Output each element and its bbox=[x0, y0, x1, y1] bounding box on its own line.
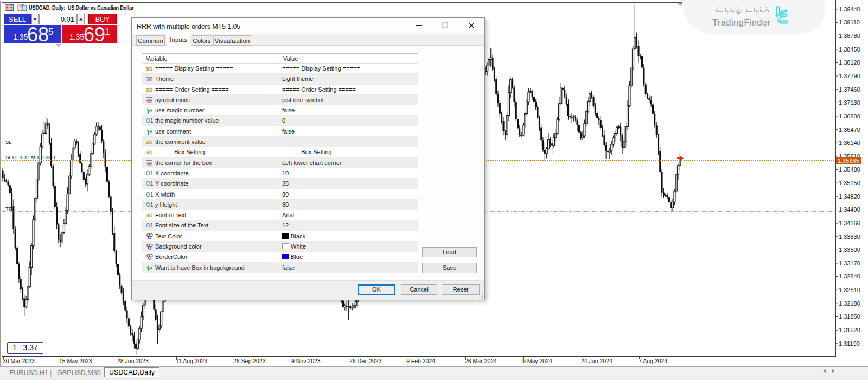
svg-text:1.31190: 1.31190 bbox=[839, 340, 860, 347]
svg-text:26 Mar 2024: 26 Mar 2024 bbox=[465, 358, 497, 364]
svg-text:1.34820: 1.34820 bbox=[839, 193, 860, 200]
svg-text:1.38120: 1.38120 bbox=[839, 59, 860, 66]
svg-text:1.37460: 1.37460 bbox=[839, 86, 860, 93]
svg-text:O: O bbox=[146, 118, 150, 124]
svg-text:1.34160: 1.34160 bbox=[839, 220, 860, 226]
svg-text:1: 1 bbox=[150, 202, 154, 208]
svg-text:1.39110: 1.39110 bbox=[839, 19, 860, 26]
svg-text:1: 1 bbox=[150, 181, 154, 187]
svg-text:1.33500: 1.33500 bbox=[839, 246, 860, 253]
svg-text:O: O bbox=[146, 223, 150, 229]
svg-text:1.32840: 1.32840 bbox=[839, 273, 860, 280]
svg-text:1: 1 bbox=[150, 118, 154, 124]
svg-text:TP: TP bbox=[5, 206, 12, 212]
svg-text:1.38450: 1.38450 bbox=[839, 46, 860, 53]
svg-text:ab: ab bbox=[146, 149, 152, 155]
svg-text:15 May 2023: 15 May 2023 bbox=[59, 358, 92, 364]
svg-text:1.36140: 1.36140 bbox=[839, 140, 860, 146]
svg-text:1.34490: 1.34490 bbox=[839, 206, 860, 213]
svg-text:O: O bbox=[146, 192, 150, 198]
svg-text:24 Jun 2024: 24 Jun 2024 bbox=[581, 358, 612, 364]
svg-text:1.36800: 1.36800 bbox=[839, 113, 860, 119]
svg-text:26 Sep 2023: 26 Sep 2023 bbox=[233, 358, 266, 364]
svg-text:9 Nov 2023: 9 Nov 2023 bbox=[291, 358, 321, 364]
svg-text:1.31850: 1.31850 bbox=[839, 313, 860, 320]
svg-text:30 Mar 2023: 30 Mar 2023 bbox=[3, 358, 35, 364]
svg-text:1.32180: 1.32180 bbox=[839, 300, 860, 307]
svg-text:O: O bbox=[146, 181, 150, 187]
svg-text:ab: ab bbox=[146, 86, 152, 93]
svg-text:O: O bbox=[146, 170, 150, 176]
svg-text:1.35150: 1.35150 bbox=[839, 180, 860, 186]
svg-text:1.39440: 1.39440 bbox=[839, 6, 860, 12]
svg-text:1.37790: 1.37790 bbox=[839, 73, 860, 79]
svg-text:1.35480: 1.35480 bbox=[839, 166, 860, 173]
svg-text:ab: ab bbox=[146, 138, 152, 145]
svg-text:1: 1 bbox=[150, 170, 154, 176]
svg-text:O: O bbox=[146, 202, 150, 208]
svg-text:ab: ab bbox=[146, 212, 152, 218]
svg-text:11 Aug 2023: 11 Aug 2023 bbox=[176, 358, 207, 364]
svg-text:1.31520: 1.31520 bbox=[839, 327, 860, 333]
svg-text:28 Jun 2023: 28 Jun 2023 bbox=[117, 358, 149, 364]
svg-text:SELL 0.01 at 1.35693: SELL 0.01 at 1.35693 bbox=[5, 154, 55, 160]
svg-text:1.35685: 1.35685 bbox=[838, 157, 859, 164]
svg-text:9 Feb 2024: 9 Feb 2024 bbox=[406, 358, 435, 364]
svg-text:SL: SL bbox=[5, 139, 12, 145]
svg-text:1.36470: 1.36470 bbox=[839, 126, 860, 133]
svg-text:7 Aug 2024: 7 Aug 2024 bbox=[639, 358, 667, 364]
svg-text:1.38780: 1.38780 bbox=[839, 33, 860, 39]
svg-text:1.37130: 1.37130 bbox=[839, 99, 860, 106]
svg-text:1: 1 bbox=[150, 192, 154, 198]
svg-text:26 Dec 2023: 26 Dec 2023 bbox=[349, 358, 382, 364]
svg-text:1.32510: 1.32510 bbox=[839, 287, 860, 293]
svg-text:1.33170: 1.33170 bbox=[839, 260, 860, 267]
svg-text:9 May 2024: 9 May 2024 bbox=[522, 358, 552, 364]
svg-text:1.33830: 1.33830 bbox=[839, 233, 860, 240]
svg-text:1: 1 bbox=[150, 223, 154, 229]
svg-text:ab: ab bbox=[146, 65, 152, 72]
